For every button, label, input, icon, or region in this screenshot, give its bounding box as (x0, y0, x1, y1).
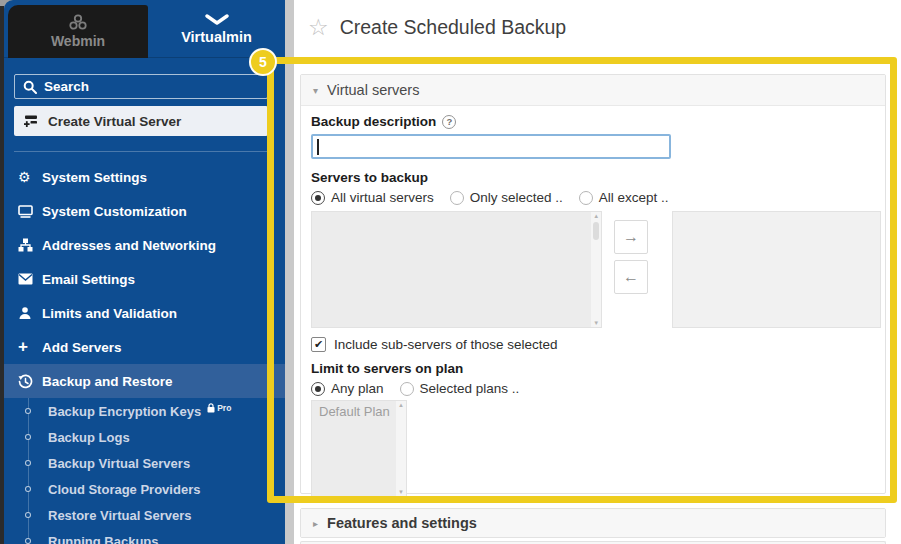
search-icon (23, 80, 37, 94)
bullet-icon (25, 486, 31, 492)
page-title: Create Scheduled Backup (340, 16, 567, 39)
tab-webmin-label: Webmin (51, 33, 105, 49)
sidebar-item-add-servers[interactable]: + Add Servers ◄ (4, 330, 285, 364)
triangle-right-icon: ▸ (313, 518, 318, 529)
radio-any-plan[interactable]: Any plan (311, 381, 384, 396)
sidebar-item-backup-logs[interactable]: Backup Logs (4, 424, 285, 450)
lock-icon (207, 403, 215, 413)
sidebar-item-backup-restore[interactable]: Backup and Restore ▼ (4, 364, 285, 398)
radio-all-virtual-servers[interactable]: All virtual servers (311, 190, 434, 205)
scroll-up-icon[interactable]: ▲ (591, 213, 601, 219)
listbox-scrollbar[interactable]: ▲ ▼ (591, 212, 601, 327)
scrollbar-thumb[interactable] (593, 222, 599, 240)
virtual-servers-panel: ▾ Virtual servers Backup description ? S… (300, 74, 886, 494)
features-settings-panel-header[interactable]: ▸ Features and settings (301, 509, 885, 537)
available-servers-listbox[interactable]: ▲ ▼ (311, 211, 602, 328)
scroll-up-icon[interactable]: ▲ (396, 402, 406, 408)
chevron-left-icon: ◄ (266, 208, 273, 215)
chevron-left-icon: ◄ (266, 276, 273, 283)
sidebar-item-create-virtual-server[interactable]: Create Virtual Server (14, 106, 268, 136)
radio-selected-plans[interactable]: Selected plans .. (400, 381, 520, 396)
create-server-icon (23, 114, 39, 129)
sidebar-item-limits-validation[interactable]: Limits and Validation ◄ (4, 296, 285, 330)
envelope-icon (18, 273, 42, 285)
create-virtual-server-label: Create Virtual Server (48, 114, 181, 129)
selected-servers-listbox[interactable] (672, 211, 881, 328)
help-icon[interactable]: ? (442, 115, 456, 129)
radio-icon (579, 191, 593, 205)
backup-restore-submenu: Backup Encryption Keys Pro Backup Logs (4, 398, 285, 544)
bullet-icon (25, 512, 31, 518)
webmin-logo-icon (69, 14, 87, 30)
sidebar-item-backup-virtual-servers[interactable]: Backup Virtual Servers (4, 450, 285, 476)
features-settings-panel: ▸ Features and settings (300, 508, 886, 538)
favorite-star-icon[interactable]: ☆ (308, 16, 329, 39)
radio-icon (311, 191, 325, 205)
scroll-down-icon[interactable]: ▼ (591, 320, 601, 326)
tab-virtualmin-label: Virtualmin (181, 29, 252, 45)
radio-icon (400, 382, 414, 396)
text-caret (317, 139, 319, 155)
main-content: ☆ Create Scheduled Backup ▾ Virtual serv… (294, 0, 901, 544)
user-icon (18, 306, 42, 320)
servers-to-backup-radio-group: All virtual servers Only selected .. All… (311, 190, 881, 205)
servers-to-backup-label: Servers to backup (311, 170, 881, 185)
chevron-down-icon: ▼ (266, 378, 273, 385)
restore-icon (18, 374, 42, 389)
chevron-left-icon: ◄ (266, 344, 273, 351)
radio-icon (311, 382, 325, 396)
bullet-icon (25, 408, 31, 414)
sidebar-item-running-backups[interactable]: Running Backups (4, 528, 285, 544)
sidebar-item-email-settings[interactable]: Email Settings ◄ (4, 262, 285, 296)
include-subservers-option[interactable]: ✔ Include sub-servers of those selected (311, 337, 881, 352)
chevron-left-icon: ◄ (266, 174, 273, 181)
tab-webmin[interactable]: Webmin (8, 5, 148, 58)
sidebar-menu: ⚙ System Settings ◄ System Customization… (4, 160, 285, 398)
backup-description-label: Backup description ? (311, 114, 881, 129)
tab-virtualmin[interactable]: Virtualmin (148, 0, 285, 58)
sidebar-item-cloud-storage-providers[interactable]: Cloud Storage Providers (4, 476, 285, 502)
virtual-servers-panel-header[interactable]: ▾ Virtual servers (301, 75, 885, 106)
backup-description-input[interactable] (311, 134, 671, 159)
chevron-left-icon: ◄ (266, 242, 273, 249)
content-gutter (285, 0, 294, 544)
plan-radio-group: Any plan Selected plans .. (311, 381, 881, 396)
sidebar-item-system-settings[interactable]: ⚙ System Settings ◄ (4, 160, 285, 194)
sidebar-item-addresses-networking[interactable]: Addresses and Networking ◄ (4, 228, 285, 262)
gear-icon: ⚙ (18, 169, 42, 185)
arrow-left-icon: ← (623, 268, 639, 286)
radio-only-selected[interactable]: Only selected .. (450, 190, 563, 205)
radio-icon (450, 191, 464, 205)
app-window: Webmin Virtualmin Search (0, 0, 901, 544)
monitor-icon (18, 205, 42, 218)
arrow-right-icon: → (623, 228, 639, 246)
bullet-icon (25, 460, 31, 466)
server-selection-lists: ▲ ▼ → ← (311, 211, 881, 328)
plus-icon: + (18, 337, 42, 357)
network-icon (18, 238, 42, 252)
bullet-icon (25, 434, 31, 440)
pro-badge: Pro (217, 403, 231, 413)
move-left-button[interactable]: ← (614, 260, 648, 294)
sidebar-divider (14, 151, 268, 152)
plans-listbox[interactable]: Default Plan ▲ ▼ (311, 400, 407, 497)
listbox-scrollbar[interactable]: ▲ ▼ (396, 401, 406, 496)
limit-plan-label: Limit to servers on plan (311, 361, 881, 376)
chevron-left-icon: ◄ (266, 310, 273, 317)
sidebar-item-system-customization[interactable]: System Customization ◄ (4, 194, 285, 228)
plan-list-item[interactable]: Default Plan (312, 401, 406, 419)
page-header: ☆ Create Scheduled Backup (308, 16, 566, 39)
scroll-down-icon[interactable]: ▼ (396, 489, 406, 495)
mode-tabs: Webmin Virtualmin (4, 0, 285, 58)
chevron-down-icon (204, 14, 230, 25)
search-input[interactable]: Search (14, 74, 268, 99)
triangle-down-icon: ▾ (313, 85, 318, 96)
move-right-button[interactable]: → (614, 220, 648, 254)
checkbox-icon: ✔ (311, 337, 326, 352)
bullet-icon (25, 538, 31, 544)
sidebar-item-backup-encryption-keys[interactable]: Backup Encryption Keys Pro (4, 398, 285, 424)
sidebar-item-restore-virtual-servers[interactable]: Restore Virtual Servers (4, 502, 285, 528)
search-placeholder: Search (44, 79, 89, 94)
sidebar: Webmin Virtualmin Search (4, 0, 285, 544)
radio-all-except[interactable]: All except .. (579, 190, 669, 205)
